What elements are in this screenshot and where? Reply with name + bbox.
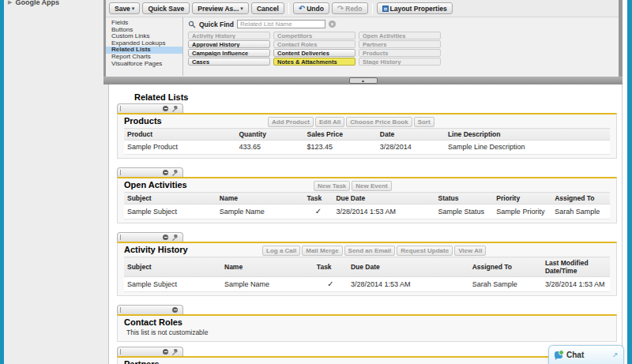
section-partners: Partners Partner Role Primary Sample Par…	[117, 347, 617, 364]
palette-item-approval-history[interactable]: Approval History	[188, 40, 270, 48]
wrench-icon[interactable]	[171, 106, 178, 112]
table-header-row: Product Quantity Sales Price Date Line D…	[124, 129, 610, 141]
section-open-activities: Open Activities New Task New Event Subje…	[117, 167, 617, 223]
table-cell: 3/28/2014 1:53 AM	[542, 277, 610, 292]
remove-section-icon[interactable]	[172, 307, 178, 313]
view-all-button: View All	[454, 246, 486, 256]
search-icon	[188, 21, 196, 28]
table-cell: Sample Subject	[124, 277, 221, 292]
palette-item-grid: Activity History Competitors Open Activi…	[188, 32, 614, 66]
palette-item-products[interactable]: Products	[359, 49, 441, 57]
redo-icon: ↷	[337, 6, 344, 12]
open-activities-table: Subject Name Task Due Date Status Priori…	[124, 192, 610, 220]
column-header: Date	[377, 129, 445, 141]
checkmark-cell: ✓	[304, 205, 333, 220]
section-drag-handle[interactable]	[117, 347, 183, 356]
table-cell: 3/28/2014 1:53 AM	[333, 205, 434, 220]
table-row: Sample Subject Sample Name ✓ 3/28/2014 1…	[124, 205, 610, 220]
toolbar-separator	[288, 3, 289, 14]
save-button[interactable]: Save ▾	[109, 2, 140, 14]
section-drag-handle[interactable]	[117, 232, 183, 242]
table-row: Sample Product 433.65 $123.45 3/28/2014 …	[124, 141, 610, 155]
palette-category-list: Fields Buttons Custom Links Expanded Loo…	[106, 17, 183, 76]
column-header: Task	[314, 257, 348, 277]
table-cell: 3/28/2014	[377, 141, 445, 155]
palette-collapse-bar: ▲	[103, 77, 623, 84]
quick-find-label: Quick Find	[199, 21, 234, 28]
column-header: Task	[304, 193, 333, 205]
quick-save-button[interactable]: Quick Save	[142, 2, 190, 14]
new-task-button: New Task	[314, 181, 350, 191]
column-header: Last Modified Date/Time	[542, 257, 610, 277]
sidebar-item-google-apps[interactable]: ▶ Google Apps	[4, 0, 108, 8]
checkmark-cell: ✓	[314, 277, 348, 292]
column-header: Subject	[124, 257, 221, 277]
mail-merge-button: Mail Merge	[302, 246, 342, 256]
table-row: Sample Subject Sample Name ✓ 3/28/2014 1…	[124, 277, 610, 292]
column-header: Due Date	[333, 193, 434, 205]
palette-item-activity-history[interactable]: Activity History	[188, 32, 270, 39]
clear-search-icon[interactable]: ×	[329, 21, 336, 28]
table-cell: Sample Name	[216, 205, 304, 220]
palette-item-partners[interactable]: Partners	[359, 40, 441, 48]
sort-button: Sort	[414, 117, 434, 127]
table-cell: Sarah Sample	[551, 205, 610, 220]
undo-label: Undo	[307, 5, 324, 13]
table-cell: Sample Product	[124, 141, 235, 155]
left-sidebar: ▶ Google Apps	[4, 0, 109, 364]
expand-chat-icon[interactable]: ↗	[611, 351, 618, 359]
palette-item-campaign-influence[interactable]: Campaign Influence	[188, 49, 270, 57]
column-header: Priority	[493, 193, 551, 205]
chat-icon	[555, 351, 562, 358]
section-drag-handle[interactable]	[117, 167, 183, 177]
layout-editor-palette: Save ▾ Quick Save Preview As... ▾ Cancel…	[103, 0, 623, 84]
section-drag-handle[interactable]	[117, 103, 183, 113]
redo-button[interactable]: ↷ Redo	[332, 2, 368, 14]
wrench-icon[interactable]	[171, 349, 178, 355]
remove-section-icon[interactable]	[163, 349, 168, 355]
palette-item-contact-roles[interactable]: Contact Roles	[273, 40, 356, 48]
palette-item-content-deliveries[interactable]: Content Deliveries	[273, 49, 356, 57]
section-products: Products Add Product Edit All Choose Pri…	[117, 103, 617, 159]
column-header: Assigned To	[551, 193, 610, 205]
section-buttons: Log a Call Mail Merge Send an Email Requ…	[262, 246, 486, 256]
palette-item-competitors[interactable]: Competitors	[273, 32, 356, 39]
table-cell: Sarah Sample	[469, 277, 542, 292]
section-drag-handle[interactable]	[117, 305, 183, 314]
chat-widget[interactable]: Chat ↗	[548, 345, 624, 364]
wrench-icon[interactable]	[171, 170, 178, 176]
section-title: Contact Roles	[122, 317, 612, 328]
palette-item-notes-attachments[interactable]: Notes & Attachments	[273, 58, 356, 66]
undo-button[interactable]: ↶ Undo	[293, 2, 329, 14]
remove-section-icon[interactable]	[163, 106, 168, 111]
column-header: Status	[435, 193, 494, 205]
toolbar-separator	[372, 3, 373, 14]
remove-section-icon[interactable]	[163, 235, 168, 240]
category-visualforce-pages[interactable]: Visualforce Pages	[106, 61, 182, 68]
column-header: Line Description	[445, 129, 610, 141]
not-customizable-note: This list is not customizable	[122, 328, 612, 338]
column-header: Due Date	[348, 257, 469, 277]
preview-as-button[interactable]: Preview As... ▾	[192, 2, 249, 14]
table-cell: Sample Status	[435, 205, 494, 220]
palette-item-stage-history[interactable]: Stage History	[359, 58, 441, 66]
column-header: Sales Price	[304, 129, 377, 141]
chevron-down-icon: ▾	[132, 6, 135, 12]
right-edge-stripe	[627, 0, 632, 364]
remove-section-icon[interactable]	[163, 170, 168, 175]
choose-price-book-button: Choose Price Book	[346, 117, 412, 127]
column-header: Name	[216, 193, 304, 205]
new-event-button: New Event	[352, 181, 391, 191]
wrench-icon[interactable]	[171, 235, 178, 241]
products-table: Product Quantity Sales Price Date Line D…	[124, 128, 610, 155]
palette-item-open-activities[interactable]: Open Activities	[359, 32, 441, 39]
quick-find-input[interactable]: Related List Name	[237, 20, 325, 28]
palette-item-cases[interactable]: Cases	[188, 58, 270, 66]
layout-properties-icon	[382, 6, 389, 12]
cancel-button[interactable]: Cancel	[251, 2, 284, 14]
table-cell: Sample Line Description	[445, 141, 610, 155]
log-a-call-button: Log a Call	[262, 246, 300, 256]
palette-collapse-button[interactable]: ▲	[349, 77, 378, 84]
layout-properties-button[interactable]: Layout Properties	[377, 2, 453, 14]
redo-label: Redo	[345, 5, 362, 13]
